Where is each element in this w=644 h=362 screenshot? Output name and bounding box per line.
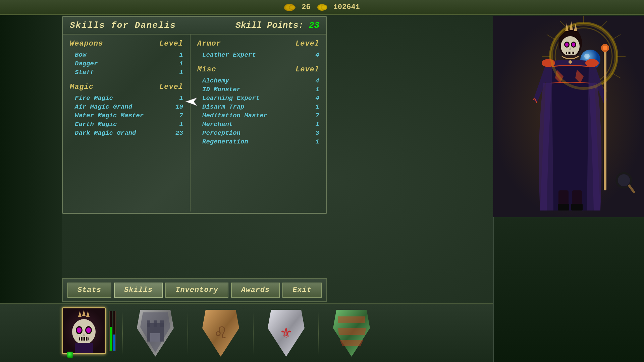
skill-dark-magic-level: 23	[175, 129, 183, 137]
svg-point-49	[72, 319, 96, 345]
stat-bars-1	[109, 311, 116, 351]
skill-row[interactable]: Dark Magic Grand 23	[70, 129, 183, 137]
skill-row[interactable]: ID Monster 1	[197, 85, 319, 94]
armor-level-header: Level	[296, 40, 319, 48]
svg-rect-63	[147, 320, 150, 327]
skill-row[interactable]: Merchant 1	[197, 120, 319, 129]
shield-gap-1	[119, 307, 126, 359]
magic-list: Fire Magic 1 Air Magic Grand 10 Water Ma…	[70, 94, 183, 137]
skill-row[interactable]: Staff 1	[70, 68, 183, 77]
skill-staff-level: 1	[179, 69, 183, 76]
svg-point-53	[86, 327, 91, 333]
gem-count: 26	[302, 3, 310, 11]
skill-row[interactable]: Perception 3	[197, 129, 319, 137]
sp-bar	[113, 311, 116, 351]
shield-5	[333, 310, 370, 357]
shield-gap-3	[250, 307, 257, 359]
skill-row[interactable]: Water Magic Master 7	[70, 111, 183, 120]
skill-earth-magic-level: 1	[179, 121, 183, 128]
left-column: Weapons Level Bow 1 Dagger 1 Staff 1	[63, 35, 191, 212]
skill-alchemy-level: 4	[316, 77, 319, 84]
svg-rect-65	[160, 320, 164, 327]
skill-fire-magic: Fire Magic	[75, 95, 113, 102]
hp-bar-fill	[110, 327, 112, 351]
skill-perception: Perception	[202, 129, 240, 137]
hp-bar	[109, 311, 112, 351]
top-bar: 26 102641	[0, 0, 644, 15]
skill-merchant-level: 1	[316, 121, 319, 128]
skill-dagger-level: 1	[179, 60, 183, 67]
armor-list: Leather Expert 4	[197, 51, 319, 59]
shield-slot-5[interactable]	[324, 307, 379, 359]
skill-row[interactable]: Leather Expert 4	[197, 51, 319, 59]
skills-panel: Skills for Danelis Skill Points: 23 Weap…	[62, 16, 327, 214]
mouse-cursor	[184, 96, 199, 108]
svg-marker-0	[185, 98, 197, 106]
skill-learning-expert: Learning Expert	[202, 95, 260, 102]
skill-row[interactable]: Air Magic Grand 10	[70, 103, 183, 111]
svg-text:♌: ♌	[215, 323, 226, 344]
portrait-slot-1[interactable]	[62, 307, 117, 359]
skill-id-monster-level: 1	[316, 86, 319, 93]
skill-row[interactable]: Disarm Trap 1	[197, 103, 319, 111]
skill-row[interactable]: Bow 1	[70, 51, 183, 59]
portrait-skull	[63, 308, 105, 353]
skill-merchant: Merchant	[202, 121, 233, 128]
misc-level-header: Level	[296, 65, 319, 74]
shield-3: ♌	[202, 310, 239, 357]
awards-button[interactable]: Awards	[231, 283, 280, 298]
misc-header: Misc Level	[197, 65, 319, 74]
misc-list: Alchemy 4 ID Monster 1 Learning Expert 4…	[197, 76, 319, 146]
skill-earth-magic: Earth Magic	[75, 121, 117, 128]
skill-row[interactable]: Regeneration 1	[197, 137, 319, 146]
skill-leather-expert-level: 4	[316, 51, 319, 59]
skill-disarm-trap: Disarm Trap	[202, 103, 244, 111]
shield-4: ⚜	[268, 310, 305, 357]
skill-regeneration-level: 1	[316, 138, 319, 145]
sp-bar-fill	[113, 335, 115, 350]
skill-perception-level: 3	[316, 129, 319, 137]
character-panel	[493, 16, 644, 217]
shield-gap-4	[315, 307, 322, 359]
shield-slot-3[interactable]: ♌	[193, 307, 248, 359]
skill-row[interactable]: Learning Expert 4	[197, 94, 319, 103]
inventory-button[interactable]: Inventory	[165, 283, 228, 298]
bottom-gem	[67, 352, 73, 358]
magic-level-header: Level	[159, 83, 183, 91]
title-bar: Skills for Danelis Skill Points: 23	[63, 17, 326, 35]
svg-rect-66	[150, 333, 160, 342]
skill-bow-level: 1	[179, 51, 183, 59]
shield-slot-4[interactable]: ⚜	[258, 307, 314, 359]
gem-icon	[284, 4, 295, 11]
magic-header: Magic Level	[70, 83, 183, 91]
skill-air-magic: Air Magic Grand	[75, 103, 132, 111]
weapons-list: Bow 1 Dagger 1 Staff 1	[70, 51, 183, 77]
skills-button[interactable]: Skills	[114, 283, 163, 298]
skills-body: Weapons Level Bow 1 Dagger 1 Staff 1	[63, 35, 326, 212]
stats-button[interactable]: Stats	[67, 283, 111, 298]
skill-row[interactable]: Fire Magic 1	[70, 94, 183, 103]
skill-alchemy: Alchemy	[202, 77, 229, 84]
skill-meditation-master-level: 7	[316, 112, 319, 119]
svg-rect-40	[558, 204, 569, 210]
skill-row[interactable]: Alchemy 4	[197, 76, 319, 85]
exit-button[interactable]: Exit	[282, 283, 322, 298]
shield-slot-2[interactable]	[127, 307, 183, 359]
skill-water-magic: Water Magic Master	[75, 112, 144, 119]
armor-label: Armor	[197, 40, 221, 48]
skill-id-monster: ID Monster	[202, 86, 240, 93]
skill-row[interactable]: Meditation Master 7	[197, 111, 319, 120]
svg-rect-64	[154, 320, 157, 327]
svg-rect-61	[75, 343, 93, 353]
skill-row[interactable]: Earth Magic 1	[70, 120, 183, 129]
misc-label: Misc	[197, 65, 216, 74]
right-column: Armor Level Leather Expert 4 Misc Level …	[191, 35, 326, 212]
svg-point-36	[618, 174, 630, 186]
shield-gap-2	[184, 307, 191, 359]
skill-dark-magic: Dark Magic Grand	[75, 129, 136, 137]
skill-row[interactable]: Dagger 1	[70, 59, 183, 68]
skill-water-magic-level: 7	[179, 112, 183, 119]
skill-regeneration: Regeneration	[202, 138, 248, 145]
skill-learning-expert-level: 4	[316, 95, 319, 102]
skill-dagger: Dagger	[75, 60, 98, 67]
